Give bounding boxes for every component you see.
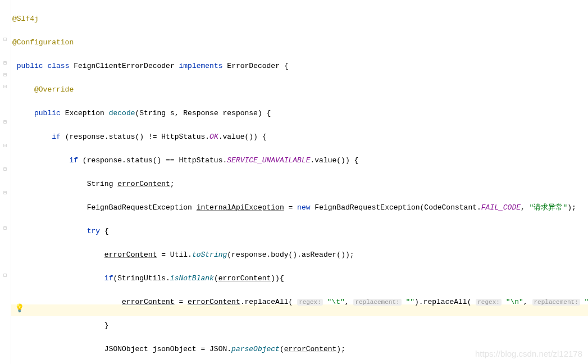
- text: ,: [521, 203, 530, 212]
- param-hint: regex:: [476, 299, 502, 306]
- condition: (response.status() != HttpStatus.: [61, 133, 209, 141]
- variable: errorContent: [104, 251, 157, 259]
- type: FeignBadRequestException: [87, 203, 192, 212]
- text: ).replaceAll(: [414, 298, 471, 306]
- variable: errorContent: [284, 345, 337, 353]
- condition: (response.status() == HttpStatus.: [78, 156, 227, 165]
- variable: errorContent: [122, 298, 175, 306]
- keyword: public: [34, 109, 61, 117]
- fold-mark[interactable]: ⊟: [2, 61, 8, 65]
- class-name: FeignClientErrorDecoder: [74, 62, 174, 70]
- variable: errorContent: [188, 298, 240, 306]
- text: );: [336, 345, 345, 353]
- text: (response.body().asReader());: [227, 251, 354, 259]
- method-call: parseObject: [231, 345, 280, 353]
- constant: OK: [209, 133, 218, 141]
- keyword: public: [17, 62, 43, 70]
- brace: }: [104, 321, 109, 330]
- gutter: ⊟ ⊟ ⊟ ⊟ ⊟ ⊟ ⊟ ⊟ ⊟ ⊟: [0, 0, 11, 364]
- method-name: decode: [109, 109, 135, 117]
- fold-mark[interactable]: ⊟: [2, 120, 8, 124]
- param-hint: replacement:: [532, 299, 580, 306]
- params: (String s, Response response) {: [135, 109, 271, 117]
- type: FeignBadRequestException: [314, 203, 420, 212]
- fold-mark[interactable]: ⊟: [2, 226, 8, 230]
- variable: internalApiException: [197, 203, 284, 212]
- brace: {: [100, 227, 109, 235]
- constant: SERVICE_UNAVAILABLE: [227, 156, 310, 165]
- string: "": [405, 298, 414, 306]
- variable: errorContent: [117, 180, 170, 188]
- text: .value()) {: [311, 156, 359, 165]
- method-call: isNotBlank: [170, 274, 214, 283]
- keyword: try: [87, 227, 100, 235]
- fold-mark[interactable]: ⊟: [2, 190, 8, 195]
- text: (StringUtils.: [113, 274, 170, 283]
- text: = Util.: [157, 251, 192, 259]
- text: (CodeConstant.: [420, 203, 481, 212]
- param-hint: regex:: [297, 299, 323, 306]
- keyword: if: [104, 274, 113, 283]
- keyword: new: [297, 203, 310, 212]
- text: )){: [271, 274, 284, 283]
- type: String: [87, 180, 118, 188]
- interface-name: ErrorDecoder: [227, 62, 280, 70]
- watermark: https://blog.csdn.net/zl12178: [475, 349, 582, 358]
- text: );: [567, 203, 576, 212]
- string: "请求异常": [530, 203, 568, 212]
- fold-mark[interactable]: ⊟: [2, 167, 8, 171]
- fold-mark[interactable]: ⊟: [2, 37, 8, 42]
- keyword: if: [69, 156, 78, 165]
- method-call: toString: [192, 251, 227, 259]
- fold-mark[interactable]: ⊟: [2, 143, 8, 148]
- text: .value()) {: [218, 133, 267, 141]
- semicolon: ;: [170, 180, 175, 188]
- text: (: [280, 345, 284, 353]
- text: (: [214, 274, 218, 283]
- text: JSONObject jsonObject = JSON.: [104, 345, 231, 353]
- string: "\n": [506, 298, 523, 306]
- param-hint: replacement:: [353, 299, 401, 306]
- variable: errorContent: [218, 274, 271, 283]
- fold-mark[interactable]: ⊟: [2, 72, 8, 77]
- text: .replaceAll(: [240, 298, 293, 306]
- annotation: @Override: [34, 85, 74, 94]
- keyword: if: [52, 133, 61, 141]
- annotation: @Slf4j: [12, 15, 39, 23]
- code-editor[interactable]: @Slf4j @Configuration public class Feign…: [11, 0, 588, 364]
- string: "": [585, 298, 588, 306]
- fold-mark[interactable]: ⊟: [2, 84, 8, 89]
- text: =: [284, 203, 297, 212]
- constant: FAIL_CODE: [481, 203, 521, 212]
- string: "\t": [327, 298, 345, 306]
- annotation: @Configuration: [12, 38, 74, 47]
- fold-mark[interactable]: ⊟: [2, 273, 8, 277]
- keyword: class: [47, 62, 69, 70]
- keyword: implements: [179, 62, 223, 70]
- return-type: Exception: [65, 109, 104, 117]
